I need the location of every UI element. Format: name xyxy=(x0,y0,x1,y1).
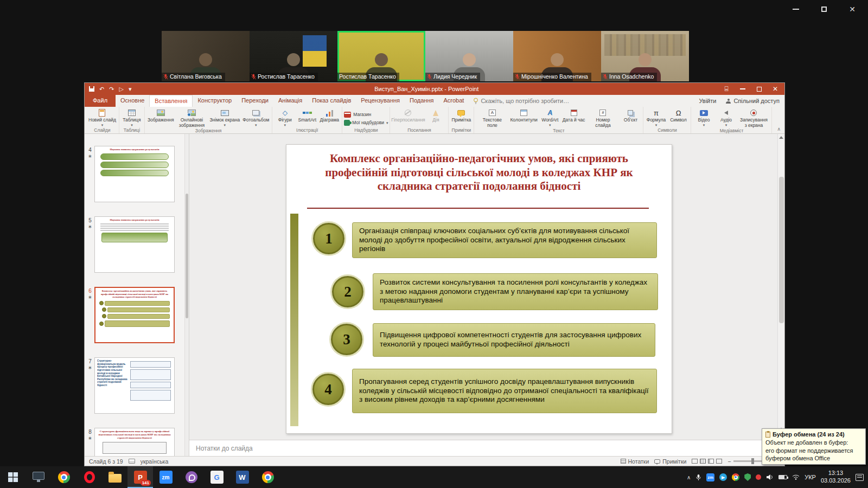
tab-review[interactable]: Рецензування xyxy=(356,95,405,107)
zoom-out-icon[interactable]: − xyxy=(727,458,731,465)
equation-button[interactable]: π Формула▾ xyxy=(645,108,667,127)
taskbar-powerpoint-active[interactable]: P 141 xyxy=(127,466,153,488)
reading-view-icon[interactable] xyxy=(708,459,714,464)
sign-in-button[interactable]: Увійти xyxy=(694,95,721,107)
shapes-button[interactable]: ◇ Фігури▾ xyxy=(274,108,296,127)
tab-insert[interactable]: Вставлення xyxy=(149,95,193,107)
wordart-button[interactable]: A WordArt▾ xyxy=(539,108,561,127)
tray-expand-icon[interactable]: ∧ xyxy=(687,474,691,480)
online-pictures-button[interactable]: Онлайнові зображення xyxy=(175,108,208,128)
wifi-icon[interactable] xyxy=(792,474,800,480)
tab-view[interactable]: Подання xyxy=(405,95,438,107)
tab-acrobat[interactable]: Acrobat xyxy=(438,95,469,107)
zoom-participant-tile-active-speaker[interactable]: Ростислав Тарасенко xyxy=(337,31,425,81)
language-indicator[interactable]: українська xyxy=(141,458,169,465)
zoom-tray-icon[interactable]: zm xyxy=(706,473,714,481)
text-box-button[interactable]: A Текстове поле xyxy=(476,108,508,128)
start-button[interactable] xyxy=(0,466,25,488)
microphone-icon[interactable] xyxy=(695,474,701,481)
defender-icon[interactable] xyxy=(744,473,751,481)
tab-design[interactable]: Конструктор xyxy=(193,95,237,107)
taskbar-chrome[interactable] xyxy=(51,466,76,488)
slide-item-number-1[interactable]: 1 xyxy=(313,223,344,254)
taskbar-chrome-2[interactable] xyxy=(255,466,280,488)
date-time-button[interactable]: Дата й час xyxy=(561,108,586,123)
comment-button[interactable]: Примітка xyxy=(450,108,472,123)
tab-home[interactable]: Основне xyxy=(116,95,149,107)
taskbar-viber[interactable] xyxy=(178,466,204,488)
hyperlink-button[interactable]: Гіперпосилання xyxy=(392,108,424,123)
object-button[interactable]: Об’єкт xyxy=(620,108,641,123)
close-icon[interactable]: ✕ xyxy=(847,4,857,14)
share-button[interactable]: Спільний доступ xyxy=(721,95,784,107)
chart-button[interactable]: Діаграма xyxy=(318,108,340,123)
canvas-vertical-scrollbar[interactable] xyxy=(777,134,784,440)
taskbar-file-explorer[interactable] xyxy=(102,466,127,488)
slide-item-bar-3[interactable]: Підвищення цифрової компетентності студе… xyxy=(373,323,655,357)
slide-thumbnail-5[interactable]: Наукова новизна одержаних результатів xyxy=(94,216,175,273)
close-icon[interactable]: ✕ xyxy=(767,83,783,95)
taskbar-word[interactable]: W xyxy=(229,466,255,488)
notes-toggle[interactable]: Нотатки xyxy=(621,458,649,465)
undo-icon[interactable]: ↶ xyxy=(99,86,104,92)
tab-slideshow[interactable]: Показ слайдів xyxy=(307,95,356,107)
clock[interactable]: 13:13 03.03.2026 xyxy=(821,470,851,485)
restore-icon[interactable] xyxy=(819,4,829,14)
spellcheck-icon[interactable] xyxy=(129,459,135,464)
slide-sorter-view-icon[interactable] xyxy=(700,459,706,464)
title-bar[interactable]: ↶ ↷ ▷ ▾ Виступ_Ван_Хуимін.pptx - PowerPo… xyxy=(85,83,784,95)
new-slide-button[interactable]: Новий слайд▾ xyxy=(87,108,117,127)
slide-thumbnail-6-selected[interactable]: Комплекс організаційно-педагогічних умов… xyxy=(94,287,175,343)
battery-icon[interactable] xyxy=(778,475,787,479)
redo-icon[interactable]: ↷ xyxy=(109,86,114,92)
store-button[interactable]: Магазин xyxy=(344,112,388,118)
audio-button[interactable]: Аудіо▾ xyxy=(715,108,737,127)
minimize-icon[interactable] xyxy=(791,4,801,14)
customize-qat-icon[interactable]: ▾ xyxy=(129,86,132,92)
zoom-participant-tile[interactable]: Inna Osadchenko xyxy=(601,31,689,81)
taskbar-opera[interactable] xyxy=(76,466,102,488)
slide-item-bar-1[interactable]: Організація співпраці ключових соціальни… xyxy=(352,222,657,258)
start-slideshow-icon[interactable]: ▷ xyxy=(119,86,123,92)
taskbar-display-app[interactable] xyxy=(25,466,51,488)
zoom-participant-tile[interactable]: Мірошніченко Валентина xyxy=(513,31,601,81)
header-footer-button[interactable]: Колонтитули xyxy=(509,108,538,123)
tab-animations[interactable]: Анімація xyxy=(273,95,307,107)
slide-thumbnail-4[interactable]: Наукова новизна одержаних результатів xyxy=(94,146,175,202)
my-addins-button[interactable]: Мої надбудови▾ xyxy=(344,120,388,126)
save-icon[interactable] xyxy=(89,86,94,92)
symbol-button[interactable]: Ω Символ xyxy=(667,108,689,123)
chrome-tray-icon[interactable] xyxy=(732,473,739,481)
zoom-participant-tile[interactable]: Лидия Чередник xyxy=(425,31,513,81)
slide-number-button[interactable]: # Номер слайда xyxy=(586,108,619,128)
minimize-icon[interactable] xyxy=(735,83,751,95)
telegram-icon[interactable] xyxy=(719,473,727,481)
volume-icon[interactable] xyxy=(766,474,774,480)
slide-item-number-4[interactable]: 4 xyxy=(312,374,344,405)
action-center-icon[interactable] xyxy=(856,474,864,481)
taskbar-g-app[interactable]: G xyxy=(204,466,229,488)
zoom-participant-tile[interactable]: Світлана Виговська xyxy=(162,31,250,81)
video-button[interactable]: Відео▾ xyxy=(693,108,714,127)
scroll-up-icon[interactable] xyxy=(779,136,783,139)
ribbon-display-options-icon[interactable]: ⌸ xyxy=(718,83,735,95)
screenshot-button[interactable]: Знімок екрана▾ xyxy=(208,108,241,127)
restore-icon[interactable] xyxy=(751,83,767,95)
panel-scrollbar[interactable] xyxy=(184,134,189,456)
normal-view-icon[interactable] xyxy=(692,459,698,464)
slideshow-view-icon[interactable] xyxy=(716,459,722,464)
tell-me-search[interactable]: Скажіть, що потрібно зробити… xyxy=(469,95,573,107)
tab-file[interactable]: Файл xyxy=(85,95,116,107)
photo-album-button[interactable]: Фотоальбом▾ xyxy=(241,108,270,127)
scrollbar-thumb[interactable] xyxy=(779,177,784,323)
table-button[interactable]: Таблиця▾ xyxy=(121,108,143,127)
slide-thumbnail-7[interactable]: Структурно-функціональна модель процесу … xyxy=(94,357,175,414)
language-label[interactable]: УКР xyxy=(805,474,816,480)
slide-title[interactable]: Комплекс організаційно-педагогічних умов… xyxy=(302,152,656,194)
taskbar-zoom[interactable]: zm xyxy=(153,466,178,488)
slide-item-number-2[interactable]: 2 xyxy=(332,276,363,307)
editing-canvas[interactable]: Комплекс організаційно-педагогічних умов… xyxy=(189,134,784,440)
slide-canvas[interactable]: Комплекс організаційно-педагогічних умов… xyxy=(286,144,672,434)
slide-item-bar-2[interactable]: Розвиток системи консультування та посил… xyxy=(373,273,658,310)
screen-recording-button[interactable]: Записування з екрана xyxy=(737,108,770,128)
